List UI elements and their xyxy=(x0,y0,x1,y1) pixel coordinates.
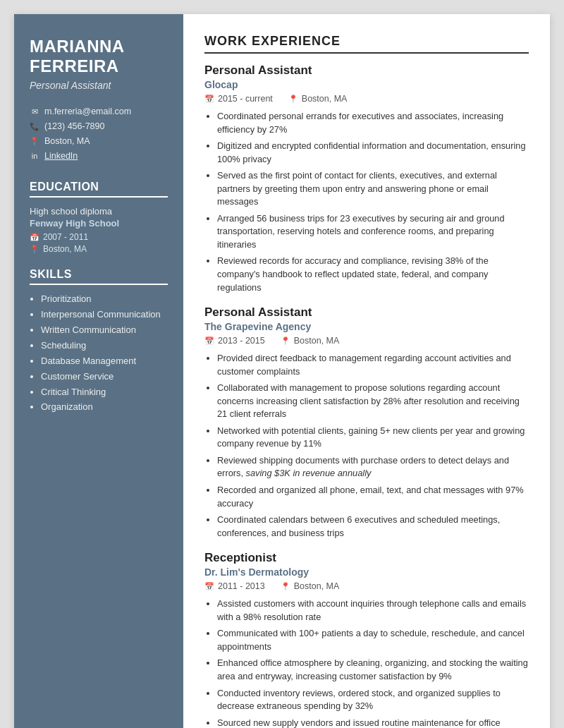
location-icon: 📍 xyxy=(30,137,39,146)
calendar-icon: 📅 xyxy=(30,233,39,242)
linkedin-link[interactable]: LinkedIn xyxy=(44,151,78,161)
job-entry: Personal AssistantThe Grapevine Agency📅2… xyxy=(204,305,529,540)
job-bullets: Coordinated personal errands for executi… xyxy=(204,110,529,294)
employer-name: Glocap xyxy=(204,79,529,90)
location-pin-icon: 📍 xyxy=(281,336,290,346)
skill-item: Prioritization xyxy=(41,293,168,305)
job-bullets: Assisted customers with account inquirie… xyxy=(204,597,529,728)
sidebar: MARIANNA FERREIRA Personal Assistant ✉ m… xyxy=(14,14,183,728)
work-experience-title: WORK EXPERIENCE xyxy=(204,34,529,54)
location-pin-icon: 📍 xyxy=(281,582,290,591)
job-title: Personal Assistant xyxy=(204,305,529,320)
skill-item: Customer Service xyxy=(41,371,168,383)
linkedin-item[interactable]: in LinkedIn xyxy=(30,151,168,161)
bullet-item: Communicated with 100+ patients a day to… xyxy=(217,627,529,653)
job-meta: 📅2011 - 2013📍Boston, MA xyxy=(204,581,529,591)
skill-item: Interpersonal Communication xyxy=(41,309,168,321)
email-value: m.ferreria@email.com xyxy=(44,107,131,116)
job-location: 📍Boston, MA xyxy=(288,94,348,104)
skill-item: Written Communication xyxy=(41,324,168,336)
employer-name: The Grapevine Agency xyxy=(204,321,529,332)
job-meta: 📅2013 - 2015📍Boston, MA xyxy=(204,336,529,346)
job-location: 📍Boston, MA xyxy=(281,336,340,346)
calendar-icon: 📅 xyxy=(204,582,214,591)
bullet-item: Sourced new supply vendors and issued ro… xyxy=(217,717,529,728)
linkedin-icon: in xyxy=(30,152,39,160)
location-pin-icon: 📍 xyxy=(288,95,298,104)
education-degree: High school diploma xyxy=(30,206,168,217)
email-icon: ✉ xyxy=(30,107,39,116)
skill-item: Critical Thinking xyxy=(41,387,168,399)
skills-section: SKILLS PrioritizationInterpersonal Commu… xyxy=(30,268,168,413)
jobs-container: Personal AssistantGlocap📅2015 - current📍… xyxy=(204,63,529,728)
candidate-name: MARIANNA FERREIRA xyxy=(30,37,168,75)
location-value: Boston, MA xyxy=(44,136,90,146)
phone-value: (123) 456-7890 xyxy=(44,121,104,131)
phone-icon: 📞 xyxy=(30,122,39,131)
bullet-item: Coordinated calendars between 6 executiv… xyxy=(217,514,529,540)
employer-name: Dr. Lim's Dermatology xyxy=(204,566,529,578)
job-title: Receptionist xyxy=(204,551,529,565)
bullet-item: Enhanced office atmosphere by cleaning, … xyxy=(217,657,529,683)
main-content: WORK EXPERIENCE Personal AssistantGlocap… xyxy=(183,14,550,728)
education-title: EDUCATION xyxy=(30,181,168,198)
skill-item: Scheduling xyxy=(41,340,168,352)
skill-item: Organization xyxy=(41,401,168,413)
bullet-item: Coordinated personal errands for executi… xyxy=(217,110,529,136)
bullet-item: Reviewed shipping documents with purchas… xyxy=(217,454,529,480)
calendar-icon: 📅 xyxy=(204,336,214,346)
bullet-item: Collaborated with management to propose … xyxy=(217,382,529,421)
education-location: 📍 Boston, MA xyxy=(30,244,168,254)
job-years: 📅2011 - 2013 xyxy=(204,581,265,591)
location-item: 📍 Boston, MA xyxy=(30,136,168,146)
contact-section: ✉ m.ferreria@email.com 📞 (123) 456-7890 … xyxy=(30,107,168,161)
email-item: ✉ m.ferreria@email.com xyxy=(30,107,168,116)
skills-title: SKILLS xyxy=(30,268,168,285)
location-pin-icon: 📍 xyxy=(30,245,39,254)
bullet-item: Conducted inventory reviews, ordered sto… xyxy=(217,687,529,713)
bullet-item: Arranged 56 business trips for 23 execut… xyxy=(217,212,529,252)
education-school: Fenway High School xyxy=(30,218,168,229)
bullet-item: Networked with potential clients, gainin… xyxy=(217,425,529,451)
bullet-item: Reviewed records for accuracy and compli… xyxy=(217,255,529,294)
education-section: EDUCATION High school diploma Fenway Hig… xyxy=(30,181,168,254)
bullet-item: Served as the first point of contact for… xyxy=(217,169,529,209)
job-location: 📍Boston, MA xyxy=(281,581,340,591)
job-title: Personal Assistant xyxy=(204,63,529,78)
education-years: 📅 2007 - 2011 xyxy=(30,232,168,242)
bullet-item: Digitized and encrypted confidential inf… xyxy=(217,140,529,166)
bullet-item: Provided direct feedback to management r… xyxy=(217,352,529,378)
candidate-title: Personal Assistant xyxy=(30,80,168,91)
job-meta: 📅2015 - current📍Boston, MA xyxy=(204,94,529,104)
skills-list: PrioritizationInterpersonal Communicatio… xyxy=(30,293,168,413)
job-entry: ReceptionistDr. Lim's Dermatology📅2011 -… xyxy=(204,551,529,728)
job-entry: Personal AssistantGlocap📅2015 - current📍… xyxy=(204,63,529,294)
job-years: 📅2015 - current xyxy=(204,94,273,104)
bullet-item: Recorded and organized all phone, email,… xyxy=(217,484,529,510)
skill-item: Database Management xyxy=(41,356,168,368)
job-years: 📅2013 - 2015 xyxy=(204,336,265,346)
resume-container: MARIANNA FERREIRA Personal Assistant ✉ m… xyxy=(14,14,550,728)
calendar-icon: 📅 xyxy=(204,95,214,104)
phone-item: 📞 (123) 456-7890 xyxy=(30,121,168,131)
bullet-item: Assisted customers with account inquirie… xyxy=(217,597,529,624)
job-bullets: Provided direct feedback to management r… xyxy=(204,352,529,540)
